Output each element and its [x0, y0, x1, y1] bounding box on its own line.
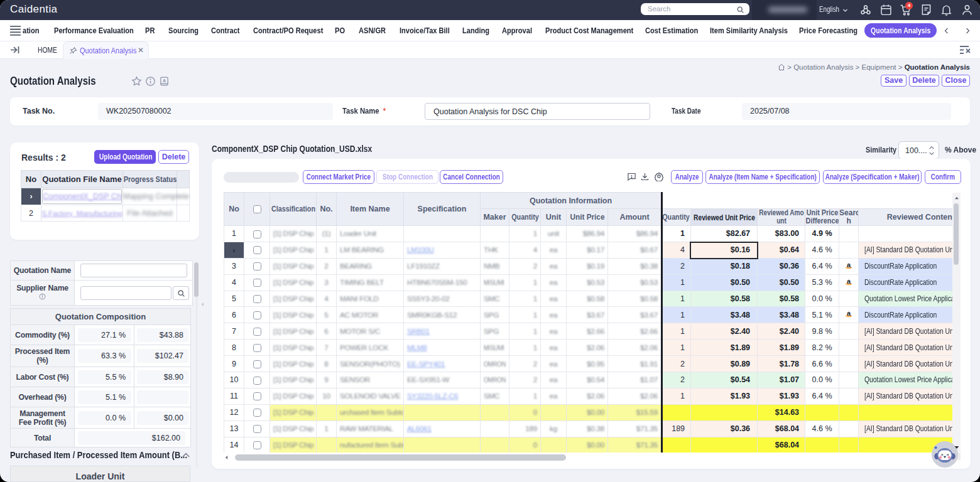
svg-text:a: a — [847, 261, 851, 269]
svg-text:a: a — [847, 309, 851, 317]
svg-text:a: a — [847, 277, 851, 285]
svg-text:A: A — [163, 78, 166, 83]
